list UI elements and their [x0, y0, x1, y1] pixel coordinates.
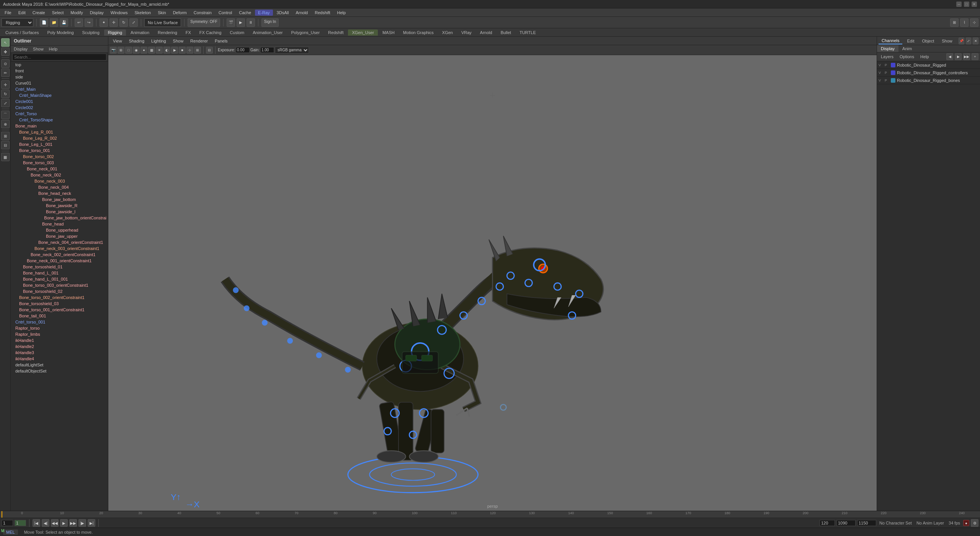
tab-fx-caching[interactable]: FX Caching [196, 29, 225, 36]
tree-item-17[interactable]: Bone_neck_001 [11, 166, 108, 172]
open-file-btn[interactable]: 📁 [50, 18, 58, 27]
tab-poly-modeling[interactable]: Poly Modeling [43, 29, 77, 36]
layer-p-1[interactable]: P [885, 71, 889, 75]
viewport-lighting-menu[interactable]: Lighting [148, 38, 169, 44]
layer-v-0[interactable]: V [879, 63, 883, 67]
rotate-tool-btn[interactable]: ↻ [119, 18, 128, 27]
vp-gain-input[interactable]: 1.00 [260, 47, 274, 53]
layer-v-1[interactable]: V [879, 71, 883, 75]
tree-item-31[interactable]: Bone_neck_002_orientConstraint1 [11, 252, 108, 258]
menu-3dsall[interactable]: 3DsAll [274, 10, 292, 16]
tree-item-15[interactable]: Bone_torso_002 [11, 154, 108, 160]
tab-motion-graphics[interactable]: Motion Graphics [399, 29, 438, 36]
outliner-search-input[interactable] [12, 54, 106, 60]
snap-grid-btn[interactable]: ⊞ [950, 18, 959, 27]
vp-stop-btn[interactable]: ■ [179, 47, 186, 54]
channels-tab[interactable]: Channels [879, 38, 902, 44]
add-layer-btn[interactable]: ◀ [946, 53, 953, 60]
tree-item-11[interactable]: Bone_Leg_R_001 [11, 129, 108, 135]
outliner-show[interactable]: Show [31, 46, 46, 52]
start-frame-input[interactable]: 1 [2, 520, 13, 526]
vp-wireframe-btn[interactable]: □ [125, 47, 132, 54]
tab-sculpting[interactable]: Sculpting [78, 29, 103, 36]
scale-tool[interactable]: ⤢ [1, 99, 10, 107]
viewport-show-menu[interactable]: Show [170, 38, 187, 44]
vp-camera-btn[interactable]: 📷 [110, 47, 117, 54]
mel-mode-btn[interactable]: MEL [3, 529, 18, 535]
outliner-display[interactable]: Display [11, 46, 30, 52]
maximize-btn[interactable]: □ [964, 2, 969, 7]
tab-custom[interactable]: Custom [226, 29, 248, 36]
channels-expand-btn[interactable]: ⤢ [966, 38, 972, 44]
menu-create[interactable]: Create [29, 10, 48, 16]
add-layer-btn2[interactable]: ▶ [955, 53, 962, 60]
tree-item-8[interactable]: Cntrl_Torso [11, 111, 108, 117]
menu-arnold[interactable]: Arnold [292, 10, 311, 16]
menu-control[interactable]: Control [216, 10, 235, 16]
playback-settings-btn[interactable]: ⚙ [971, 519, 978, 527]
tree-item-0[interactable]: top [11, 62, 108, 68]
tab-rendering[interactable]: Rendering [154, 29, 181, 36]
tree-item-19[interactable]: Bone_neck_003 [11, 178, 108, 184]
tab-arnold[interactable]: Arnold [476, 29, 496, 36]
tab-animation[interactable]: Animation [127, 29, 153, 36]
add-layer-btn3[interactable]: ▶▶ [963, 53, 970, 60]
tree-item-6[interactable]: Circle001 [11, 98, 108, 105]
tree-item-29[interactable]: Bone_neck_004_orientConstraint1 [11, 239, 108, 245]
tree-item-26[interactable]: Bone_head [11, 221, 108, 227]
step-back-btn[interactable]: ◀| [42, 519, 49, 527]
menu-help[interactable]: Help [334, 10, 349, 16]
rotate-tool[interactable]: ↻ [1, 90, 10, 98]
vp-shadow-btn[interactable]: ◐ [163, 47, 170, 54]
vp-resolution-btn[interactable]: ⊟ [206, 47, 213, 54]
vp-smooth-btn[interactable]: ◉ [133, 47, 140, 54]
end-frame-display[interactable]: 120 [820, 520, 835, 526]
menu-cache[interactable]: Cache [236, 10, 254, 16]
channels-close-btn[interactable]: ✕ [973, 38, 978, 44]
select-tool[interactable]: ↖ [1, 38, 10, 47]
vp-gamma-select[interactable]: sRGB gamma Linear [275, 47, 309, 54]
vp-toggle-btn[interactable]: ⊞ [118, 47, 124, 54]
tree-item-5[interactable]: Cntrl_MainShape [11, 92, 108, 98]
tree-item-38[interactable]: Bone_torso_002_orientConstraint1 [11, 294, 108, 301]
tree-item-43[interactable]: Raptor_torso [11, 325, 108, 331]
tab-animation-user[interactable]: Animation_User [249, 29, 286, 36]
tree-item-41[interactable]: Bone_tail_001 [11, 313, 108, 319]
help-menu[interactable]: Help [918, 54, 931, 59]
tree-item-2[interactable]: side [11, 74, 108, 80]
tree-item-18[interactable]: Bone_neck_002 [11, 172, 108, 178]
viewport-shading-menu[interactable]: Shading [126, 38, 147, 44]
scale-tool-btn[interactable]: ⤢ [129, 18, 138, 27]
move-tool[interactable]: ✛ [1, 80, 10, 89]
tree-item-3[interactable]: Curve01 [11, 80, 108, 86]
tree-item-32[interactable]: Bone_neck_001_orientConstraint1 [11, 258, 108, 264]
tab-fx[interactable]: FX [182, 29, 195, 36]
close-btn[interactable]: ✕ [972, 2, 977, 7]
tree-item-44[interactable]: Raptor_limbs [11, 331, 108, 337]
vp-exposure-input[interactable]: 0.00 [236, 47, 250, 53]
snap-curve-btn[interactable]: ⌇ [960, 18, 969, 27]
menu-skin[interactable]: Skin [155, 10, 169, 16]
tab-bullet[interactable]: Bullet [497, 29, 515, 36]
select-tool-btn[interactable]: ✦ [100, 18, 108, 27]
vp-screen-btn[interactable]: ▶ [171, 47, 178, 54]
tree-item-40[interactable]: Bone_torso_001_orientConstraint1 [11, 307, 108, 313]
tree-item-21[interactable]: Bone_head_neck [11, 190, 108, 196]
skip-end-btn[interactable]: ▶| [88, 519, 95, 527]
range-start-input[interactable]: 1150 [857, 520, 876, 526]
mode-dropdown[interactable]: Rigging Animation Modeling [2, 18, 33, 27]
layer-v-2[interactable]: V [879, 78, 883, 82]
rivet-tool[interactable]: ⊕ [1, 120, 10, 128]
ik-tool[interactable]: ⊟ [1, 141, 10, 149]
anim-layer-tab[interactable]: Anim [898, 45, 916, 52]
tree-item-49[interactable]: defaultLightSet [11, 362, 108, 368]
tree-item-48[interactable]: ikHandle4 [11, 356, 108, 362]
tree-item-4[interactable]: Cntrl_Main [11, 86, 108, 92]
layer-row-0[interactable]: V P Robotic_Dinosaur_Rigged [877, 61, 980, 69]
menu-file[interactable]: File [2, 10, 15, 16]
tab-vray[interactable]: VRay [457, 29, 475, 36]
tab-xgen[interactable]: XGen [438, 29, 457, 36]
channels-pin-btn[interactable]: 📌 [959, 38, 964, 44]
tab-mash[interactable]: MASH [379, 29, 399, 36]
tree-item-23[interactable]: Bone_jawside_R [11, 203, 108, 209]
